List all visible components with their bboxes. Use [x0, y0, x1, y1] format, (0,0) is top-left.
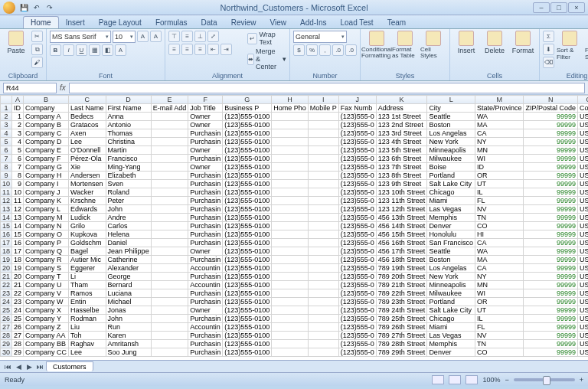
cell[interactable]	[272, 348, 309, 357]
cell[interactable]: Accountin	[188, 281, 223, 289]
cell[interactable]: Business P	[223, 104, 272, 113]
cell[interactable]	[151, 138, 188, 146]
row-header[interactable]: 9	[1, 172, 12, 180]
cell[interactable]: (123)555-0100	[223, 348, 272, 357]
cell[interactable]: (123)555-0100	[223, 214, 272, 222]
cell[interactable]: Company R	[24, 256, 69, 264]
cell[interactable]	[308, 214, 338, 222]
cell[interactable]: Honolulu	[427, 230, 475, 239]
cell[interactable]	[272, 298, 309, 306]
cell[interactable]: (123)555-0100	[223, 188, 272, 197]
cell[interactable]: (123)555-0100	[223, 230, 272, 239]
zoom-slider[interactable]	[514, 378, 575, 381]
cell[interactable]: Company C	[24, 129, 69, 138]
fill-color-icon[interactable]: ◧	[102, 44, 113, 56]
cell[interactable]: USA	[577, 340, 588, 348]
cell[interactable]: Alexander	[106, 264, 151, 273]
cell[interactable]	[272, 155, 309, 163]
cell[interactable]	[151, 155, 188, 163]
cell[interactable]: Los Angelas	[427, 129, 475, 138]
cell[interactable]: Ramos	[69, 289, 106, 298]
cell[interactable]: Kupkova	[69, 230, 106, 239]
format-painter-icon[interactable]: 🖌	[31, 57, 43, 68]
cell[interactable]: (123)555-0100	[223, 306, 272, 315]
cell[interactable]	[308, 172, 338, 180]
col-header[interactable]: O	[577, 96, 588, 104]
cell[interactable]: Las Vegas	[427, 205, 475, 214]
cell[interactable]	[272, 323, 309, 332]
cell[interactable]: Krschne	[69, 197, 106, 205]
sheet-tab[interactable]: Customers	[46, 361, 93, 371]
cell[interactable]: Company Z	[24, 323, 69, 332]
cell[interactable]: Company BB	[24, 340, 69, 348]
cell[interactable]: Company Y	[24, 315, 69, 323]
cell[interactable]: ZIP/Postal Code	[524, 104, 578, 113]
cell[interactable]: Purchasin	[188, 205, 223, 214]
cell[interactable]: 4	[12, 138, 24, 146]
cell[interactable]: 789 19th Street	[376, 264, 427, 273]
cell[interactable]	[151, 348, 188, 357]
cell[interactable]	[151, 340, 188, 348]
cell[interactable]: USA	[577, 247, 588, 256]
cell[interactable]	[308, 281, 338, 289]
copy-icon[interactable]: ⧉	[31, 44, 43, 55]
align-bottom-icon[interactable]: ⊥	[194, 31, 206, 42]
cell[interactable]: USA	[577, 155, 588, 163]
cell[interactable]	[308, 205, 338, 214]
cell[interactable]: 789 22th Street	[376, 289, 427, 298]
cell[interactable]: Owner	[188, 306, 223, 315]
cell[interactable]: Owner	[188, 163, 223, 172]
row-header[interactable]: 26	[1, 315, 12, 323]
cell[interactable]: 99999	[524, 264, 578, 273]
cell[interactable]: Bedecs	[69, 113, 106, 121]
underline-icon[interactable]: U	[76, 44, 87, 56]
cell[interactable]	[272, 264, 309, 273]
cell[interactable]: (123)555-0100	[223, 340, 272, 348]
cell[interactable]: NV	[475, 332, 524, 340]
cell[interactable]	[272, 306, 309, 315]
cell[interactable]: Portland	[427, 298, 475, 306]
cell[interactable]: WI	[475, 155, 524, 163]
cell[interactable]: Tham	[69, 281, 106, 289]
col-header[interactable]: I	[308, 96, 338, 104]
cell[interactable]: 99999	[524, 332, 578, 340]
cell[interactable]	[272, 205, 309, 214]
cell[interactable]: (123)555-0100	[223, 323, 272, 332]
cell[interactable]: Purchasin	[188, 340, 223, 348]
cell[interactable]: 789 27th Street	[376, 332, 427, 340]
cell[interactable]: 99999	[524, 256, 578, 264]
format-button[interactable]: Format	[510, 31, 536, 54]
font-size-select[interactable]: 10▾	[113, 31, 136, 43]
merge-center-button[interactable]: ⬌Merge & Center▾	[247, 47, 286, 70]
cell[interactable]: Company O	[24, 230, 69, 239]
cell[interactable]: CA	[475, 264, 524, 273]
cell[interactable]: Company D	[24, 138, 69, 146]
cell[interactable]: 789 21th Street	[376, 281, 427, 289]
cell[interactable]: Company F	[24, 155, 69, 163]
office-button[interactable]	[3, 2, 15, 14]
cut-icon[interactable]: ✂	[31, 31, 43, 42]
cell[interactable]	[272, 172, 309, 180]
cell[interactable]	[151, 188, 188, 197]
fx-icon[interactable]: fx	[60, 83, 66, 92]
cell[interactable]: Eggerer	[69, 264, 106, 273]
cell[interactable]: Pérez-Ola	[69, 155, 106, 163]
cell[interactable]: 456 15th Street	[376, 230, 427, 239]
cell[interactable]: 456 13th Street	[376, 214, 427, 222]
cell[interactable]: Fax Numb	[338, 104, 376, 113]
cell[interactable]: Accountin	[188, 264, 223, 273]
cell[interactable]	[151, 247, 188, 256]
col-header[interactable]: N	[524, 96, 578, 104]
cell[interactable]: John	[106, 205, 151, 214]
cell[interactable]	[272, 197, 309, 205]
cell[interactable]: Home Pho	[272, 104, 309, 113]
cell[interactable]: Company B	[24, 121, 69, 129]
cell[interactable]: (123)555-0	[338, 306, 376, 315]
cell[interactable]: 99999	[524, 138, 578, 146]
row-header[interactable]: 27	[1, 323, 12, 332]
cell[interactable]: Purchasin	[188, 214, 223, 222]
align-right-icon[interactable]: ≡	[194, 44, 206, 55]
cell[interactable]: WI	[475, 289, 524, 298]
cell[interactable]: Antonio	[106, 121, 151, 129]
cell[interactable]: Soo Jung	[106, 348, 151, 357]
